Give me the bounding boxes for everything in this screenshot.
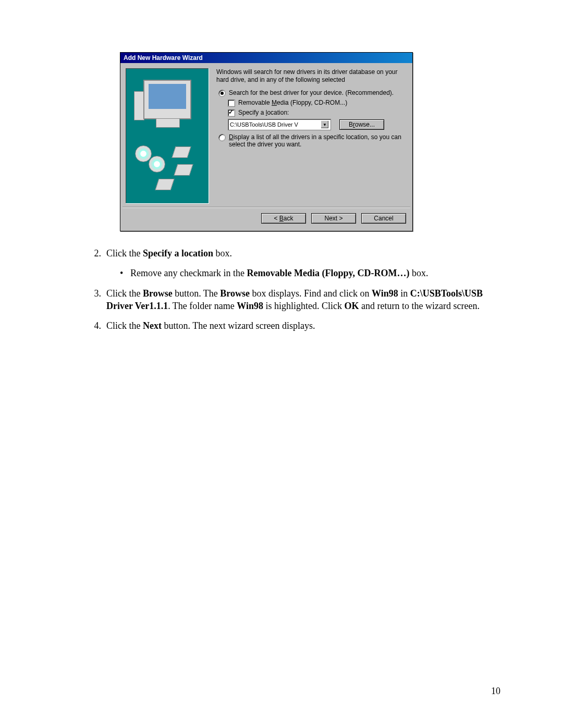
wizard-illustration — [126, 68, 209, 204]
instruction-steps: 2. Click the Specify a location box. • R… — [83, 247, 500, 332]
checkbox-specify-location[interactable]: Specify a location: — [228, 109, 407, 117]
radio-search-label: Search for the best driver for your devi… — [229, 89, 394, 96]
dialog-intro-text: Windows will search for new drivers in i… — [216, 68, 407, 84]
chevron-down-icon[interactable]: ▼ — [321, 120, 329, 129]
next-button[interactable]: Next > — [311, 213, 356, 224]
checkbox-removable-label: Removable Media (Floppy, CD-ROM...) — [238, 99, 347, 106]
location-path-combo[interactable]: C:\USBTools\USB Driver V ▼ — [228, 119, 331, 130]
radio-search-best-driver[interactable]: Search for the best driver for your devi… — [218, 89, 407, 97]
page-number: 10 — [491, 686, 500, 697]
dialog-title: Add New Hardware Wizard — [120, 53, 412, 63]
checkbox-specify-label: Specify a location: — [238, 109, 289, 116]
radio-list-label: Display a list of all the drivers in a s… — [229, 133, 407, 148]
step-number: 4. — [83, 319, 106, 332]
back-button[interactable]: < Back — [261, 213, 306, 224]
step-3: 3. Click the Browse button. The Browse b… — [83, 287, 500, 313]
step-number: 3. — [83, 287, 106, 313]
radio-display-list[interactable]: Display a list of all the drivers in a s… — [218, 133, 407, 148]
cancel-button[interactable]: Cancel — [361, 213, 406, 224]
step-2-bullet: • Remove any checkmark in the Removable … — [120, 267, 500, 279]
radio-icon — [218, 90, 226, 97]
checkbox-removable-media[interactable]: Removable Media (Floppy, CD-ROM...) — [228, 99, 407, 107]
dialog-button-row: < Back Next > Cancel — [120, 208, 412, 231]
location-path-value: C:\USBTools\USB Driver V — [230, 121, 298, 128]
checkbox-icon — [228, 109, 235, 117]
step-number: 2. — [83, 247, 106, 260]
step-2: 2. Click the Specify a location box. — [83, 247, 500, 260]
radio-icon — [218, 134, 226, 141]
checkbox-icon — [228, 100, 235, 107]
step-4: 4. Click the Next button. The next wizar… — [83, 319, 500, 332]
hardware-wizard-dialog: Add New Hardware Wizard Windows will sea… — [120, 52, 413, 231]
browse-button[interactable]: Browse... — [339, 119, 384, 130]
